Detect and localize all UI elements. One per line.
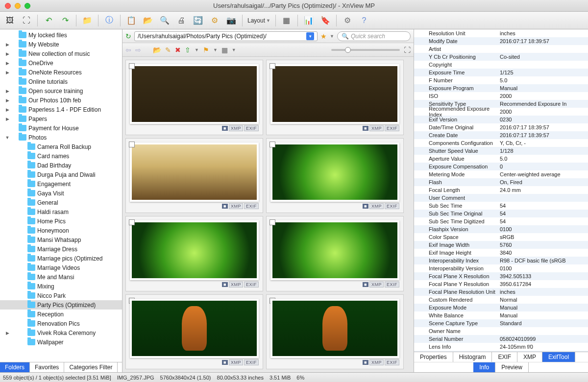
tree-item[interactable]: Engagement bbox=[0, 179, 122, 189]
exif-row[interactable]: Interoperability Version0100 bbox=[414, 264, 588, 272]
tree-item[interactable]: ▶New collection of music bbox=[0, 49, 122, 58]
forward-icon[interactable]: ⇨ bbox=[135, 46, 141, 54]
exif-row[interactable]: Components ConfigurationY, Cb, Cr, - bbox=[414, 139, 588, 147]
info-tab[interactable]: XMP bbox=[517, 352, 542, 362]
menu-caret-icon[interactable]: ▼ bbox=[330, 34, 334, 39]
redo-icon[interactable]: ↷ bbox=[59, 15, 71, 26]
expand-icon[interactable]: ▶ bbox=[4, 42, 11, 47]
copy-to-icon[interactable]: 📋 bbox=[125, 15, 137, 26]
thumbnail[interactable]: ■XMPEXIF bbox=[266, 60, 404, 135]
info-tab[interactable]: Histogram bbox=[453, 352, 492, 362]
reload-icon[interactable]: ↻ bbox=[125, 32, 131, 40]
exif-row[interactable]: ISO2000 bbox=[414, 92, 588, 100]
exif-row[interactable]: Modify Date2016:07:17 18:39:57 bbox=[414, 37, 588, 45]
thumbnail[interactable]: ■XMPEXIF bbox=[125, 60, 263, 135]
thumbnail[interactable]: ■XMPEXIF bbox=[125, 138, 263, 214]
tree-item[interactable]: ▶Paperless 1.4 - PDF Edition bbox=[0, 105, 122, 114]
tree-item[interactable]: Marriage pics (Optimized bbox=[0, 254, 122, 263]
exif-row[interactable]: Recommended Exposure Index2000 bbox=[414, 108, 588, 116]
thumb-checkbox[interactable] bbox=[270, 219, 275, 225]
exif-row[interactable]: Focal Plane X Resolution3942.505133 bbox=[414, 272, 588, 280]
tree-item[interactable]: Durga Puja and Diwali bbox=[0, 170, 122, 179]
up-folder-icon[interactable]: 📁 bbox=[81, 15, 93, 26]
tag-caret-icon[interactable]: ▼ bbox=[195, 48, 199, 52]
tree-item[interactable]: Online tutorials bbox=[0, 77, 122, 86]
tree-item[interactable]: My locked files bbox=[0, 30, 122, 40]
exif-row[interactable]: Color SpacesRGB bbox=[414, 233, 588, 241]
sort-icon[interactable]: 📊 bbox=[303, 15, 315, 26]
move-to-icon[interactable]: 📂 bbox=[142, 15, 154, 26]
print-icon[interactable]: 🖨 bbox=[175, 15, 187, 26]
thumb-checkbox[interactable] bbox=[129, 63, 135, 69]
expand-icon[interactable]: ▶ bbox=[4, 70, 11, 75]
tree-item[interactable]: ▼Photos bbox=[0, 133, 122, 142]
tree-item[interactable]: ▶Vivek Roka Ceremony bbox=[0, 328, 122, 337]
info-tab[interactable]: ExifTool bbox=[542, 352, 575, 362]
exif-row[interactable]: Focal Length24.0 mm bbox=[414, 186, 588, 194]
tree-item[interactable]: ▶OneDrive bbox=[0, 58, 122, 68]
sidebar-tab[interactable]: Categories Filter bbox=[64, 362, 118, 372]
expand-icon[interactable]: ▶ bbox=[4, 107, 11, 112]
exif-row[interactable]: Create Date2016:07:17 18:39:57 bbox=[414, 131, 588, 139]
exif-row[interactable]: Focal Plane Y Resolution3950.617284 bbox=[414, 280, 588, 288]
thumbnails-icon[interactable]: ▦ bbox=[281, 15, 293, 26]
tree-item[interactable]: Nicco Park bbox=[0, 291, 122, 300]
tree-item[interactable]: Renovation Pics bbox=[0, 319, 122, 328]
exif-row[interactable]: Exposure ProgramManual bbox=[414, 84, 588, 92]
back-icon[interactable]: ⇦ bbox=[125, 46, 131, 54]
capture-icon[interactable]: 📷 bbox=[225, 15, 237, 26]
sidebar-tab[interactable]: Favorites bbox=[30, 362, 64, 372]
tree-item[interactable]: ▶Open source training bbox=[0, 86, 122, 96]
info-icon[interactable]: ⓘ bbox=[103, 15, 115, 26]
settings-icon[interactable]: ⚙ bbox=[342, 15, 353, 26]
expand-icon[interactable]: ▶ bbox=[4, 89, 11, 94]
expand-icon[interactable]: ▶ bbox=[4, 98, 11, 103]
tree-item[interactable]: General bbox=[0, 198, 122, 207]
exif-row[interactable]: Exif Image Height3840 bbox=[414, 249, 588, 257]
favorite-icon[interactable]: ★ bbox=[320, 32, 327, 40]
tree-item[interactable]: Marriage Videos bbox=[0, 263, 122, 272]
tree-item[interactable]: Camera Roll Backup bbox=[0, 142, 122, 151]
flag-caret-icon[interactable]: ▼ bbox=[213, 48, 218, 52]
help-icon[interactable]: ? bbox=[358, 15, 370, 26]
thumb-checkbox[interactable] bbox=[129, 142, 135, 147]
exif-row[interactable]: Metering ModeCenter-weighted average bbox=[414, 170, 588, 178]
exif-list[interactable]: Resolution UnitinchesModify Date2016:07:… bbox=[414, 29, 588, 352]
exif-row[interactable]: Y Cb Cr PositioningCo-sited bbox=[414, 53, 588, 61]
tree-item[interactable]: Mansi Whatsapp bbox=[0, 235, 122, 244]
flag-icon[interactable]: ⚑ bbox=[203, 46, 209, 54]
fullscreen-icon[interactable]: ⛶ bbox=[21, 15, 32, 26]
tree-item[interactable]: Marriage Dress bbox=[0, 244, 122, 254]
grid-icon[interactable]: ▦ bbox=[221, 46, 228, 54]
info-subtab[interactable]: Info bbox=[473, 362, 495, 372]
layout-dropdown[interactable]: Layout▼ bbox=[247, 17, 270, 24]
exif-row[interactable]: Sub Sec Time Digitized54 bbox=[414, 217, 588, 225]
exif-row[interactable]: Interoperability IndexR98 - DCF basic fi… bbox=[414, 257, 588, 264]
quick-search-input[interactable]: 🔍 Quick search bbox=[337, 31, 411, 41]
exif-row[interactable]: Aperture Value5.0 bbox=[414, 155, 588, 163]
batch-icon[interactable]: ⚙ bbox=[209, 15, 220, 26]
thumbnail[interactable]: ■XMPEXIF bbox=[266, 138, 404, 214]
exif-row[interactable]: White BalanceManual bbox=[414, 311, 588, 319]
exif-row[interactable]: Sub Sec Time54 bbox=[414, 202, 588, 210]
tree-item[interactable]: Reception bbox=[0, 310, 122, 319]
exif-row[interactable]: Shutter Speed Value1/128 bbox=[414, 147, 588, 155]
exif-row[interactable]: Focal Plane Resolution Unitinches bbox=[414, 288, 588, 296]
expand-icon[interactable]: ▶ bbox=[4, 331, 11, 335]
exif-row[interactable]: Exposure Time1/125 bbox=[414, 69, 588, 76]
info-subtab[interactable]: Preview bbox=[495, 362, 529, 372]
tree-item[interactable]: Me and Mansi bbox=[0, 272, 122, 282]
search-icon[interactable]: 🔍 bbox=[159, 15, 171, 26]
undo-icon[interactable]: ↶ bbox=[43, 15, 54, 26]
exif-row[interactable]: Exif Image Width5760 bbox=[414, 241, 588, 249]
browse-icon[interactable]: 🖼 bbox=[4, 15, 16, 26]
exif-row[interactable]: Serial Number058024010999 bbox=[414, 335, 588, 343]
exif-row[interactable]: Owner Name bbox=[414, 327, 588, 335]
tag-up-icon[interactable]: ⇧ bbox=[185, 46, 191, 54]
exif-row[interactable]: Exposure Compensation0 bbox=[414, 163, 588, 170]
filter-icon[interactable]: 🔖 bbox=[319, 15, 331, 26]
tree-item[interactable]: ▶OneNote Resources bbox=[0, 68, 122, 77]
exif-row[interactable]: F Number5.0 bbox=[414, 76, 588, 84]
delete-icon[interactable]: ✖ bbox=[175, 46, 181, 54]
folder-tree[interactable]: My locked files▶My Website▶New collectio… bbox=[0, 29, 122, 362]
